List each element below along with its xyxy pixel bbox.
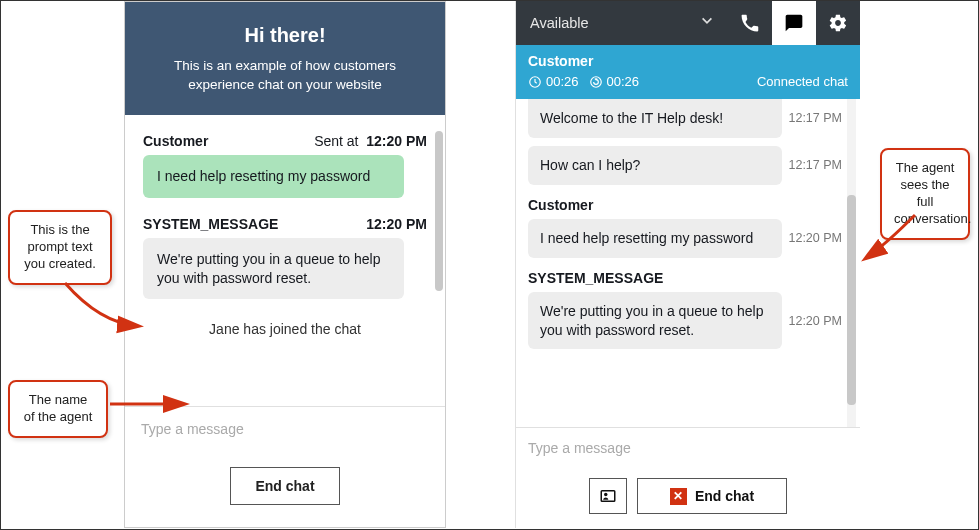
sender-label: SYSTEM_MESSAGE [528, 270, 848, 286]
message-time: 12:20 PM [788, 231, 848, 245]
message-header: SYSTEM_MESSAGE 12:20 PM [143, 216, 427, 232]
settings-tab[interactable] [816, 1, 860, 45]
contact-info-bar: Customer 00:26 00:26 Connected chat [516, 45, 860, 99]
svg-point-1 [590, 76, 601, 87]
customer-header-title: Hi there! [153, 24, 417, 47]
sender-label: Customer [143, 133, 208, 149]
message-time: 12:20 PM [788, 314, 848, 328]
status-dropdown[interactable]: Available [516, 1, 728, 45]
system-message-bubble: We're putting you in a queue to help you… [143, 238, 404, 300]
callout-prompt-text: This is the prompt text you created. [8, 210, 112, 285]
customer-chat-scroll[interactable]: Customer Sent at 12:20 PM I need help re… [125, 115, 445, 406]
agent-joined-text: Jane has joined the chat [143, 317, 427, 341]
customer-header-subtitle: This is an example of how customers expe… [153, 57, 417, 95]
timer-2: 00:26 [589, 74, 640, 89]
message-input[interactable]: Type a message [137, 419, 433, 461]
chevron-down-icon [700, 14, 714, 32]
svg-point-3 [604, 493, 607, 496]
customer-chat-panel: Hi there! This is an example of how cust… [124, 1, 446, 528]
agent-message-bubble: Welcome to the IT Help desk! [528, 99, 782, 138]
gear-icon [828, 13, 848, 33]
chat-icon [784, 13, 804, 33]
arrow-icon [60, 278, 150, 341]
customer-message-bubble: I need help resetting my password [143, 155, 404, 198]
scrollbar-thumb[interactable] [847, 195, 856, 405]
customer-message-bubble: I need help resetting my password [528, 219, 782, 258]
sender-label: SYSTEM_MESSAGE [143, 216, 278, 232]
clock-icon [528, 75, 542, 89]
chat-tab[interactable] [772, 1, 816, 45]
message-time: 12:17 PM [788, 111, 848, 125]
agent-footer: ✕ End chat [516, 468, 860, 528]
contact-card-icon [599, 487, 617, 505]
agent-ccp-panel: Available Customer 00:26 00:2 [515, 1, 860, 528]
message-input[interactable]: Type a message [528, 440, 848, 456]
message-header: Customer Sent at 12:20 PM [143, 133, 427, 149]
message-time: 12:17 PM [788, 158, 848, 172]
scrollbar-thumb[interactable] [435, 131, 443, 291]
timer-1: 00:26 [528, 74, 579, 89]
arrow-icon [108, 392, 198, 425]
end-chat-button[interactable]: ✕ End chat [637, 478, 787, 514]
contact-name: Customer [528, 53, 848, 69]
agent-topbar: Available [516, 1, 860, 45]
agent-chat-scroll[interactable]: Welcome to the IT Help desk! 12:17 PM Ho… [516, 99, 860, 427]
callout-agent-name: The name of the agent [8, 380, 108, 438]
sender-label: Customer [528, 197, 848, 213]
close-icon: ✕ [670, 488, 687, 505]
connection-status: Connected chat [757, 74, 848, 89]
customer-chat-header: Hi there! This is an example of how cust… [125, 2, 445, 115]
message-time: 12:20 PM [366, 216, 427, 232]
status-label: Available [530, 15, 589, 31]
system-message-bubble: We're putting you in a queue to help you… [528, 292, 782, 350]
agent-input-area: Type a message [516, 427, 860, 468]
agent-message-bubble: How can I help? [528, 146, 782, 185]
quick-connect-button[interactable] [589, 478, 627, 514]
phone-icon [740, 13, 760, 33]
sent-time-label: Sent at 12:20 PM [314, 133, 427, 149]
arrow-icon [860, 210, 930, 273]
end-chat-button[interactable]: End chat [230, 467, 339, 505]
duration-icon [589, 75, 603, 89]
phone-tab[interactable] [728, 1, 772, 45]
